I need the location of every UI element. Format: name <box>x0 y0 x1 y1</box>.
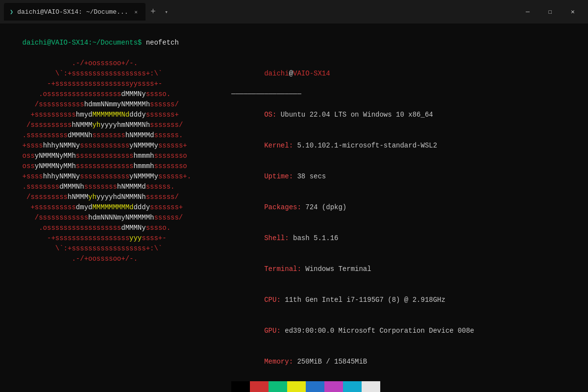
color-swatch <box>306 381 324 392</box>
ascii-line-1: .-/+oossssoo+/-. <box>6 58 221 69</box>
shell-label: Shell: <box>264 234 293 242</box>
ascii-line-11: ossyNMMMNyMMhsssssssssssssshmmmhssssssso <box>6 161 221 172</box>
os-label: OS: <box>264 111 281 119</box>
maximize-button[interactable]: ☐ <box>539 4 562 20</box>
minimize-button[interactable]: ─ <box>516 4 539 20</box>
tab-label: daichi@VAIO-SX14: ~/Docume... <box>17 8 128 16</box>
terminal-line: Terminal: Windows Terminal <box>231 254 582 285</box>
ascii-line-7: /sssssssssshNMMMyhyyyyhmNMMMNhsssssss/ <box>6 120 221 130</box>
uptime-value: 38 secs <box>297 172 326 180</box>
prompt-line-1: daichi@VAIO-SX14:~/Documents$ neofetch <box>6 27 582 58</box>
terminal-value: Windows Terminal <box>305 265 371 273</box>
ascii-line-18: -+ssssssssssssssssssyyyssss+- <box>6 233 221 244</box>
close-button[interactable]: ✕ <box>562 4 584 20</box>
neofetch-separator: ───────────────── <box>231 89 582 99</box>
swatch-row-top <box>231 381 582 392</box>
kernel-line: Kernel: 5.10.102.1-microsoft-standard-WS… <box>231 130 582 161</box>
ascii-art: .-/+oossssoo+/-. \`:+ssssssssssssssssss+… <box>6 58 221 392</box>
ascii-line-17: .ossssssssssssssssssdMMMNysssso. <box>6 223 221 233</box>
memory-value: 250MiB / 15845MiB <box>297 358 367 366</box>
terminal-label: Terminal: <box>264 265 305 273</box>
memory-line: Memory: 250MiB / 15845MiB <box>231 346 582 377</box>
color-swatch <box>287 381 306 392</box>
ascii-line-19: \`:+ssssssssssssssssss+:\` <box>6 244 221 254</box>
terminal-area[interactable]: daichi@VAIO-SX14:~/Documents$ neofetch .… <box>0 24 588 392</box>
neofetch-output: .-/+oossssoo+/-. \`:+ssssssssssssssssss+… <box>6 58 582 392</box>
uptime-label: Uptime: <box>264 172 297 180</box>
packages-value: 724 (dpkg) <box>305 203 346 211</box>
cmd-1: neofetch <box>146 39 179 47</box>
gpu-label: GPU: <box>264 327 285 335</box>
neofetch-info: daichi@VAIO-SX14 ───────────────── OS: U… <box>231 58 582 392</box>
ascii-line-13: .ssssssssdMMMNhsssssssshNMMMMdssssss. <box>6 182 221 192</box>
color-swatch <box>250 381 269 392</box>
tab-close-button[interactable]: ✕ <box>132 8 140 16</box>
prompt-user-1: daichi@VAIO-SX14:~/Documents$ <box>23 39 146 47</box>
tab-dropdown-button[interactable]: ▾ <box>160 6 172 18</box>
os-value: Ubuntu 22.04 LTS on Windows 10 x86_64 <box>281 111 433 119</box>
ascii-line-8: .ssssssssssdMMMNhsssssssshNMMMMdssssss. <box>6 130 221 141</box>
shell-value: bash 5.1.16 <box>293 234 338 242</box>
color-swatch <box>324 381 343 392</box>
ascii-line-2: \`:+ssssssssssssssssss+:\` <box>6 69 221 79</box>
ascii-line-15: +ssssssssssdmydMMMMMMMMMddddysssssss+ <box>6 202 221 213</box>
neofetch-hostname: VAIO-SX14 <box>293 70 330 77</box>
cpu-value: 11th Gen Intel i7-1195G7 (8) @ 2.918GHz <box>285 296 445 304</box>
color-swatch <box>362 381 380 392</box>
kernel-value: 5.10.102.1-microsoft-standard-WSL2 <box>297 142 437 149</box>
color-swatch <box>269 381 287 392</box>
shell-line: Shell: bash 5.1.16 <box>231 223 582 254</box>
ascii-line-14: /ssssssssshNMMMyhyyyyhdNMMMNhsssssss/ <box>6 192 221 202</box>
memory-label: Memory: <box>264 358 297 366</box>
terminal-tab[interactable]: ❯ daichi@VAIO-SX14: ~/Docume... ✕ <box>4 3 146 21</box>
color-swatch <box>343 381 362 392</box>
gpu-value: ed39:00:00.0 Microsoft Corporation Devic… <box>285 327 474 335</box>
ascii-line-12: +sssshhhyNMMNyssssssssssssyNMMMMyssssss+… <box>6 172 221 182</box>
gpu-line: GPU: ed39:00:00.0 Microsoft Corporation … <box>231 316 582 346</box>
uptime-line: Uptime: 38 secs <box>231 161 582 192</box>
neofetch-username: daichi <box>264 70 289 77</box>
os-line: OS: Ubuntu 22.04 LTS on Windows 10 x86_6… <box>231 99 582 130</box>
ascii-line-4: .ossssssssssssssssssdMMMNysssso. <box>6 89 221 99</box>
ascii-line-6: +sssssssssshmydMMMMMMMNddddysssssss+ <box>6 110 221 120</box>
ascii-line-16: /sssssssssssshdmNNNNmyNMMMMMhssssss/ <box>6 213 221 223</box>
cpu-label: CPU: <box>264 296 285 304</box>
window-controls: ─ ☐ ✕ <box>516 4 584 20</box>
ascii-line-3: -+ssssssssssssssssssyyssss+- <box>6 79 221 89</box>
titlebar: ❯ daichi@VAIO-SX14: ~/Docume... ✕ + ▾ ─ … <box>0 0 588 24</box>
ascii-line-5: /ssssssssssshdmmNNmmyNMMMMMhssssss/ <box>6 99 221 110</box>
color-swatch <box>231 381 250 392</box>
kernel-label: Kernel: <box>264 142 297 149</box>
packages-line: Packages: 724 (dpkg) <box>231 192 582 223</box>
ascii-line-20: .-/+oossssoo+/-. <box>6 254 221 264</box>
color-swatches <box>231 381 582 392</box>
ascii-line-9: +sssshhhyNMMNyssssssssssssyNMMMMyssssss+ <box>6 141 221 151</box>
neofetch-user-line: daichi@VAIO-SX14 <box>231 58 582 89</box>
new-tab-button[interactable]: + <box>146 4 160 19</box>
ascii-line-10: ossyNMMMNyMMhsssssssssssssshmmmhssssssso <box>6 151 221 161</box>
tab-icon: ❯ <box>10 8 13 16</box>
cpu-line: CPU: 11th Gen Intel i7-1195G7 (8) @ 2.91… <box>231 285 582 316</box>
packages-label: Packages: <box>264 203 305 211</box>
